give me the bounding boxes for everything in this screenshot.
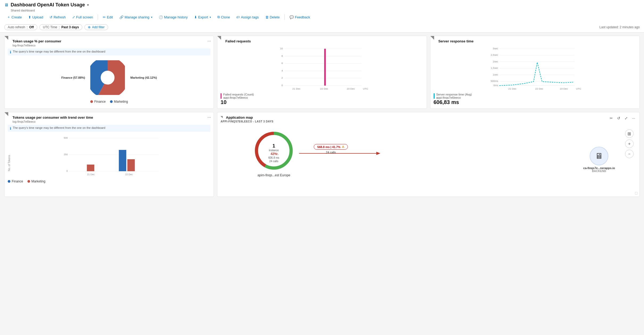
bar-chart-wrapper: No. of Tokens 500 250 0 xyxy=(8,134,210,177)
app-map-scissor-button[interactable]: ✂ xyxy=(609,115,614,121)
toolbar-separator-1 xyxy=(98,14,98,20)
auto-refresh-label: Auto refresh xyxy=(8,25,25,29)
utc-time-pill[interactable]: UTC Time : Past 3 days xyxy=(39,24,82,30)
app-map-expand-button[interactable]: ⤢ xyxy=(623,115,629,121)
filter-row: Auto refresh : Off UTC Time : Past 3 day… xyxy=(4,22,640,32)
zoom-in-button[interactable]: ＋ xyxy=(625,139,634,148)
edit-button[interactable]: ✏ Edit xyxy=(100,14,115,20)
svg-text:250: 250 xyxy=(64,153,68,156)
donut-svg: 1 instance 42% ⚠ 606.8 ms 24 calls xyxy=(252,129,295,172)
title-dropdown-arrow[interactable]: ▾ xyxy=(87,3,89,7)
upload-button[interactable]: ⬆ Upload xyxy=(26,14,46,20)
manage-history-button[interactable]: 🕐 Manage history xyxy=(156,14,190,20)
marketing-pie-label: Marketing (42.12%) xyxy=(130,76,157,79)
trend-finance-dot xyxy=(8,180,10,183)
refresh-button[interactable]: ↺ Refresh xyxy=(47,14,68,20)
marketing-bar-21 xyxy=(87,165,94,171)
svg-text:22 Dec: 22 Dec xyxy=(125,173,133,176)
server-card-filter-icon xyxy=(430,36,437,42)
assign-tags-label: Assign tags xyxy=(241,15,259,19)
card-filter-icon: ▼ xyxy=(5,36,11,42)
clone-button[interactable]: ⧉ Clone xyxy=(215,14,233,20)
backend-node: 🖥 ca-finqs7e...nerapps.io BACKEND xyxy=(583,147,615,173)
finance-pie-label: Finance (57.88%) xyxy=(61,76,85,79)
create-button[interactable]: ＋ Create xyxy=(4,14,25,21)
add-filter-button[interactable]: ⊕ Add filter xyxy=(84,24,108,30)
finance-legend-dot xyxy=(90,100,93,103)
export-icon: ⬇ xyxy=(194,15,197,19)
server-metric-source: appi-finqs7e6leeco xyxy=(436,96,472,99)
failed-requests-svg: 10 8 6 4 2 0 21 Dec 22 Dec 23 Dec UTC xyxy=(221,45,423,91)
trend-card-filter-icon xyxy=(5,112,11,119)
svg-text:⚠: ⚠ xyxy=(276,152,279,155)
assign-tags-button[interactable]: 🏷 Assign tags xyxy=(234,14,261,20)
finance-bar-22 xyxy=(119,150,126,171)
server-metric-label: Server response time (Avg) xyxy=(436,93,472,96)
trend-marketing-legend: Marketing xyxy=(27,180,46,183)
failed-metric-color xyxy=(221,93,222,99)
svg-text:UTC: UTC xyxy=(363,87,368,90)
failed-metric-value: 10 xyxy=(221,99,423,105)
toolbar: ＋ Create ⬆ Upload ↺ Refresh ⤢ Full scree… xyxy=(4,12,640,22)
tokens-trend-info: ℹ The query's time range may be differen… xyxy=(8,125,210,132)
auto-refresh-pill[interactable]: Auto refresh : Off xyxy=(4,24,37,30)
delete-button[interactable]: 🗑 Delete xyxy=(263,14,283,20)
create-icon: ＋ xyxy=(7,15,10,19)
backend-name: ca-finqs7e...nerapps.io xyxy=(583,166,615,170)
export-button[interactable]: ⬇ Export xyxy=(191,14,214,20)
svg-rect-15 xyxy=(324,49,326,86)
trend-finance-legend: Finance xyxy=(8,180,23,183)
marketing-legend-label: Marketing xyxy=(114,100,128,103)
svg-text:23 Dec: 23 Dec xyxy=(347,87,355,90)
svg-text:1sec: 1sec xyxy=(493,73,498,76)
app-map-card: Application map APPI-FINQS7E6LEECO - LAS… xyxy=(217,112,640,197)
manage-sharing-button[interactable]: 🔗 Manage sharing xyxy=(117,14,155,20)
trend-legend: Finance Marketing xyxy=(8,180,210,183)
trend-marketing-label: Marketing xyxy=(31,180,46,183)
last-updated: Last updated: 2 minutes ago xyxy=(600,25,640,29)
token-usage-more-button[interactable]: ··· xyxy=(207,39,211,43)
failed-requests-metric: Failed requests (Count) appi-finqs7e6lee… xyxy=(221,93,423,105)
fullscreen-icon: ⤢ xyxy=(72,15,75,19)
svg-marker-49 xyxy=(221,116,223,118)
svg-marker-39 xyxy=(5,112,8,116)
dashboard-icon: 🖥 xyxy=(4,3,9,7)
token-usage-info-text: The query's time range may be different … xyxy=(13,50,105,53)
token-usage-info: ℹ The query's time range may be differen… xyxy=(8,49,210,55)
finance-legend-label: Finance xyxy=(94,100,106,103)
app-map-more-button[interactable]: ··· xyxy=(631,115,636,121)
svg-text:3sec: 3sec xyxy=(493,47,498,50)
feedback-label: Feedback xyxy=(295,15,310,19)
trend-marketing-dot xyxy=(27,180,30,183)
feedback-button[interactable]: 💬 Feedback xyxy=(287,14,313,20)
failed-card-filter-icon xyxy=(217,36,224,42)
app-map-refresh-button[interactable]: ↺ xyxy=(616,115,621,121)
fullscreen-button[interactable]: ⤢ Full screen xyxy=(70,14,96,20)
delete-label: Delete xyxy=(270,15,280,19)
app-map-canvas: 1 instance 42% ⚠ 606.8 ms 24 calls apim-… xyxy=(221,124,636,193)
marketing-legend-item: Marketing xyxy=(110,100,128,103)
pie-chart xyxy=(90,60,125,95)
fit-view-button[interactable]: ⊞ xyxy=(625,129,634,138)
zoom-out-button[interactable]: － xyxy=(625,150,634,158)
finance-legend-item: Finance xyxy=(90,100,106,103)
share-icon: 🔗 xyxy=(119,15,124,19)
clone-icon: ⧉ xyxy=(217,15,220,19)
utc-time-value: Past 3 days xyxy=(61,25,79,29)
svg-text:2: 2 xyxy=(282,76,283,79)
call-pill-label: 568.8 ms | 41.7% xyxy=(317,145,340,149)
create-label: Create xyxy=(11,15,22,19)
svg-text:10: 10 xyxy=(280,47,283,50)
svg-marker-20 xyxy=(430,36,434,40)
backend-icon: 🖥 xyxy=(590,147,608,165)
fullscreen-label: Full screen xyxy=(76,15,93,19)
add-filter-label: Add filter xyxy=(92,25,104,29)
bar-chart-area: 500 250 0 21 Dec 22 Dec Day xyxy=(11,134,210,177)
delete-icon: 🗑 xyxy=(265,15,269,19)
app-map-filter-icon xyxy=(221,116,224,120)
zoom-controls: ⊞ ＋ － xyxy=(625,129,634,158)
server-response-line xyxy=(499,62,573,86)
tokens-trend-more-button[interactable]: ··· xyxy=(207,115,211,120)
add-filter-icon: ⊕ xyxy=(88,25,91,29)
edit-label: Edit xyxy=(107,15,113,19)
